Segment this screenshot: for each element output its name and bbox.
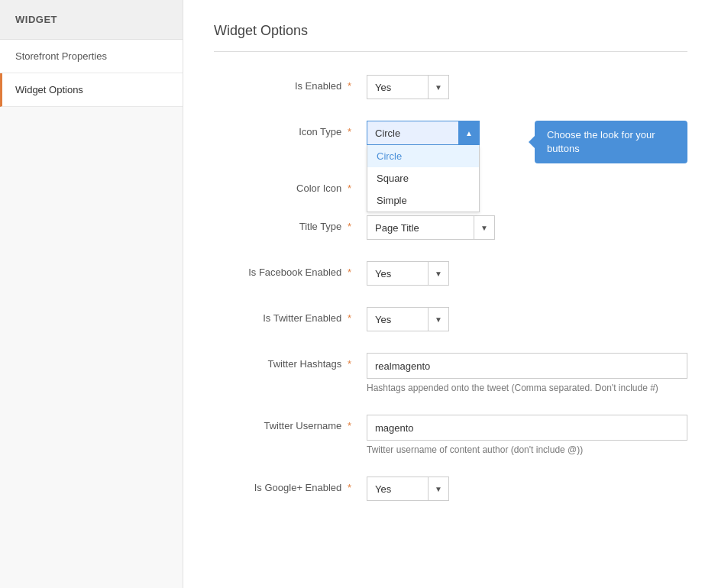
select-title-type: Page Title ▼ <box>367 215 687 240</box>
divider <box>214 51 687 52</box>
select-facebook-arrow[interactable]: ▼ <box>428 261 449 286</box>
field-twitter-username: Twitter Username * Twitter username of c… <box>214 415 687 455</box>
select-is-enabled-arrow[interactable]: ▼ <box>428 75 449 99</box>
select-title-type-value[interactable]: Page Title <box>367 215 474 240</box>
sidebar: WIDGET Storefront Properties Widget Opti… <box>0 0 183 588</box>
required-star-facebook: * <box>348 267 351 278</box>
field-twitter-hashtags: Twitter Hashtags * Hashtags appended ont… <box>214 353 687 393</box>
label-icon-type: Icon Type * <box>214 121 367 137</box>
label-twitter-hashtags: Twitter Hashtags * <box>214 353 367 370</box>
label-is-facebook-enabled: Is Facebook Enabled * <box>214 261 367 278</box>
control-icon-type: Circle ▲ Circle Square Simple <box>367 121 522 145</box>
select-google-value[interactable]: Yes <box>367 477 428 501</box>
select-is-enabled: Yes ▼ <box>367 75 687 99</box>
sidebar-item-widget-label: Widget Options <box>15 84 83 95</box>
sidebar-widget-header: WIDGET <box>0 0 183 40</box>
icon-type-dropdown: Circle Square Simple <box>367 145 480 212</box>
label-twitter-username: Twitter Username * <box>214 415 367 431</box>
app-layout: WIDGET Storefront Properties Widget Opti… <box>0 0 718 588</box>
sidebar-item-storefront-properties[interactable]: Storefront Properties <box>0 40 183 73</box>
sidebar-widget-label: WIDGET <box>15 14 57 25</box>
field-is-facebook-enabled: Is Facebook Enabled * Yes ▼ <box>214 261 687 286</box>
label-title-type: Title Type * <box>214 215 367 232</box>
required-star-color-icon: * <box>348 183 351 194</box>
required-star-username: * <box>348 420 351 431</box>
help-text-username: Twitter username of content author (don'… <box>367 444 687 455</box>
option-simple[interactable]: Simple <box>367 189 479 212</box>
main-content: Widget Options Is Enabled * Yes ▼ Icon T… <box>183 0 718 588</box>
control-twitter-hashtags: Hashtags appended onto the tweet (Comma … <box>367 353 687 393</box>
sidebar-item-widget-options[interactable]: Widget Options <box>0 73 183 107</box>
select-twitter-value[interactable]: Yes <box>367 307 428 331</box>
control-title-type: Page Title ▼ <box>367 215 687 240</box>
select-twitter-arrow[interactable]: ▼ <box>428 307 449 331</box>
select-is-enabled-value[interactable]: Yes <box>367 75 428 99</box>
control-is-enabled: Yes ▼ <box>367 75 687 99</box>
input-twitter-hashtags[interactable] <box>367 353 687 379</box>
option-circle[interactable]: Circle <box>367 145 479 167</box>
required-star-icon-type: * <box>348 126 351 137</box>
field-is-enabled: Is Enabled * Yes ▼ <box>214 75 687 99</box>
control-is-facebook-enabled: Yes ▼ <box>367 261 687 286</box>
input-twitter-username[interactable] <box>367 415 687 441</box>
section-title: Widget Options <box>214 23 687 39</box>
select-title-type-arrow[interactable]: ▼ <box>474 215 495 240</box>
required-star-twitter-enabled: * <box>348 312 351 324</box>
label-is-enabled: Is Enabled * <box>214 75 367 92</box>
label-color-icon: Color Icon * <box>214 177 367 194</box>
icon-type-tooltip: Choose the look for your buttons <box>535 121 687 163</box>
field-title-type: Title Type * Page Title ▼ <box>214 215 687 240</box>
select-facebook-value[interactable]: Yes <box>367 261 428 286</box>
control-twitter-username: Twitter username of content author (don'… <box>367 415 687 455</box>
field-is-twitter-enabled: Is Twitter Enabled * Yes ▼ <box>214 307 687 331</box>
field-is-google-enabled: Is Google+ Enabled * Yes ▼ <box>214 477 687 501</box>
select-icon-type-value[interactable]: Circle <box>367 121 458 145</box>
required-star-is-enabled: * <box>348 80 351 92</box>
required-star-hashtags: * <box>348 358 351 370</box>
label-is-google-enabled: Is Google+ Enabled * <box>214 477 367 493</box>
select-twitter: Yes ▼ <box>367 307 687 331</box>
select-icon-type: Circle ▲ Circle Square Simple <box>367 121 522 145</box>
required-star-google: * <box>348 482 351 493</box>
select-google: Yes ▼ <box>367 477 687 501</box>
sidebar-item-storefront-label: Storefront Properties <box>15 50 107 62</box>
select-google-arrow[interactable]: ▼ <box>428 477 449 501</box>
select-facebook: Yes ▼ <box>367 261 687 286</box>
required-star-title-type: * <box>348 221 351 232</box>
control-is-twitter-enabled: Yes ▼ <box>367 307 687 331</box>
field-icon-type: Icon Type * Circle ▲ Circle Square Simpl… <box>214 121 687 163</box>
label-is-twitter-enabled: Is Twitter Enabled * <box>214 307 367 324</box>
option-square[interactable]: Square <box>367 167 479 189</box>
control-is-google-enabled: Yes ▼ <box>367 477 687 501</box>
select-icon-type-arrow[interactable]: ▲ <box>458 121 480 145</box>
help-text-hashtags: Hashtags appended onto the tweet (Comma … <box>367 383 687 393</box>
